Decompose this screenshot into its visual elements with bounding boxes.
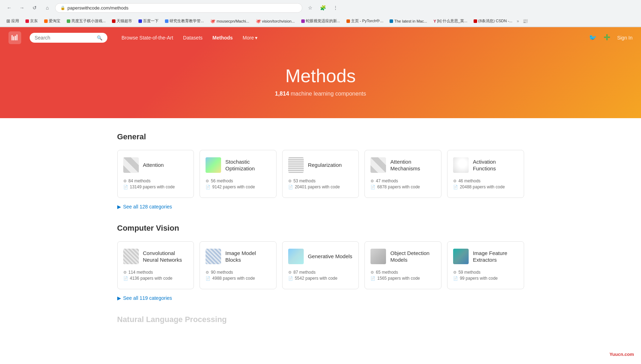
stat-methods-row: ⚙ 87 methods: [288, 270, 353, 275]
method-card[interactable]: Activation Functions ⚙ 46 methods 📄 2048…: [447, 150, 524, 198]
bookmark-jd[interactable]: 京东: [23, 18, 40, 24]
bookmark-label: 百度一下: [143, 18, 159, 24]
bookmark-mac[interactable]: The latest in Mac...: [387, 18, 429, 24]
nav-right: 🐦 ✛ Sign In: [589, 33, 633, 42]
bookmark-edu[interactable]: 研究生教育教学管...: [163, 18, 206, 24]
twitter-icon[interactable]: 🐦: [589, 34, 597, 42]
stat-papers: 5542 papers with code: [295, 276, 338, 281]
bookmark-pytorch[interactable]: 主页 - PyTorch中...: [344, 18, 386, 24]
card-icon: [206, 157, 221, 173]
card-header: Attention Mechanisms: [370, 157, 435, 173]
nav-links: Browse State-of-the-Art Datasets Methods…: [121, 35, 257, 41]
card-header: Object Detection Models: [370, 249, 435, 264]
nav-more[interactable]: More ▾: [243, 35, 257, 41]
hero-title: Methods: [8, 65, 633, 86]
methods-icon: ⚙: [123, 270, 127, 275]
arrow-right-icon: ▶: [117, 295, 121, 301]
stat-papers-row: 📄 1565 papers with code: [370, 276, 435, 281]
general-see-all-link[interactable]: ▶ See all 128 categories: [117, 204, 172, 210]
logo-icon: [11, 34, 19, 42]
stat-papers: 1565 papers with code: [377, 276, 420, 281]
method-card[interactable]: Object Detection Models ⚙ 65 methods 📄 1…: [364, 241, 441, 289]
methods-icon: ⚙: [288, 270, 292, 275]
card-stats: ⚙ 53 methods 📄 20401 papers with code: [288, 178, 353, 189]
card-name: Convolutional Neural Networks: [143, 250, 188, 263]
bookmark-snake[interactable]: 蛇眼视觉适应的新...: [299, 18, 342, 24]
address-text: paperswithcode.com/methods: [67, 5, 129, 11]
cv-see-all-link[interactable]: ▶ See all 119 categories: [117, 295, 172, 301]
forward-button[interactable]: →: [17, 3, 27, 13]
hero-section: Methods 1,814 machine learning component…: [0, 48, 641, 118]
stat-papers: 99 papers with code: [460, 276, 498, 281]
bookmark-tmall[interactable]: 天猫超市: [110, 18, 134, 24]
card-header: Convolutional Neural Networks: [123, 249, 188, 264]
nav-browse[interactable]: Browse State-of-the-Art: [121, 35, 173, 41]
home-button[interactable]: ⌂: [42, 3, 52, 13]
nav-bar: 🔍 Browse State-of-the-Art Datasets Metho…: [0, 27, 641, 48]
extensions-button[interactable]: 🧩: [318, 3, 328, 13]
card-stats: ⚙ 56 methods 📄 9142 papers with code: [206, 178, 271, 189]
plus-icon[interactable]: ✛: [604, 33, 610, 42]
menu-button[interactable]: ⋮: [331, 3, 340, 13]
bookmark-apps[interactable]: ⊞ 应用: [4, 18, 21, 24]
svg-rect-2: [15, 36, 16, 41]
address-bar[interactable]: 🔒 paperswithcode.com/methods: [55, 3, 302, 13]
lock-icon: 🔒: [60, 6, 65, 10]
method-card[interactable]: Image Model Blocks ⚙ 90 methods 📄 4988 p…: [200, 241, 277, 289]
method-card[interactable]: Stochastic Optimization ⚙ 56 methods 📄 9…: [200, 150, 277, 198]
card-name: Activation Functions: [473, 158, 518, 172]
methods-icon: ⚙: [206, 270, 209, 275]
nav-methods[interactable]: Methods: [213, 35, 233, 41]
site-logo[interactable]: [8, 31, 21, 44]
main-content: General Attention ⚙ 84 methods 📄 13149 p…: [109, 118, 533, 347]
card-icon: [288, 157, 304, 173]
card-icon: [123, 249, 139, 264]
card-stats: ⚙ 46 methods 📄 20488 papers with code: [453, 178, 518, 189]
method-card[interactable]: Regularization ⚙ 53 methods 📄 20401 pape…: [282, 150, 359, 198]
card-stats: ⚙ 65 methods 📄 1565 papers with code: [370, 270, 435, 281]
card-icon: [453, 157, 469, 173]
stat-papers-row: 📄 99 papers with code: [453, 276, 518, 281]
bookmark-baidu[interactable]: 百度一下: [136, 18, 161, 24]
stat-methods-row: ⚙ 53 methods: [288, 178, 353, 183]
search-box[interactable]: 🔍: [30, 33, 107, 43]
stat-papers: 9142 papers with code: [212, 184, 255, 189]
method-card[interactable]: Image Feature Extractors ⚙ 59 methods 📄 …: [447, 241, 524, 289]
methods-icon: ⚙: [453, 179, 457, 183]
browser-chrome: ← → ↺ ⌂ 🔒 paperswithcode.com/methods ☆ 🧩…: [0, 0, 641, 27]
bookmark-taobao[interactable]: 爱淘宝: [42, 18, 63, 24]
sign-in-link[interactable]: Sign In: [617, 35, 633, 41]
bookmark-csdn[interactable]: (8条消息) CSDN -...: [471, 18, 515, 24]
bookmark-dict[interactable]: Y [b] 什么意思_英...: [431, 18, 469, 24]
stat-methods-row: ⚙ 65 methods: [370, 270, 435, 275]
method-card[interactable]: Generative Models ⚙ 87 methods 📄 5542 pa…: [282, 241, 359, 289]
bookmark-label: mousecpn/Machi...: [216, 19, 249, 23]
card-name: Stochastic Optimization: [225, 158, 271, 172]
bookmark-game[interactable]: 亮度五子棋小游戏...: [65, 18, 108, 24]
search-input[interactable]: [35, 35, 94, 41]
card-header: Activation Functions: [453, 157, 518, 173]
cv-section-title: Computer Vision: [117, 224, 524, 233]
stat-papers: 20488 papers with code: [460, 184, 505, 189]
nav-datasets[interactable]: Datasets: [183, 35, 202, 41]
search-icon: 🔍: [97, 35, 102, 41]
papers-icon: 📄: [453, 276, 458, 281]
method-card[interactable]: Attention Mechanisms ⚙ 47 methods 📄 6878…: [364, 150, 441, 198]
arrow-right-icon: ▶: [117, 204, 121, 210]
card-stats: ⚙ 84 methods 📄 13149 papers with code: [123, 178, 188, 189]
stat-papers-row: 📄 6878 papers with code: [370, 184, 435, 189]
stat-papers-row: 📄 4136 papers with code: [123, 276, 188, 281]
stat-papers-row: 📄 20488 papers with code: [453, 184, 518, 189]
star-button[interactable]: ☆: [305, 3, 315, 13]
stat-papers-row: 📄 5542 papers with code: [288, 276, 353, 281]
back-button[interactable]: ←: [4, 3, 14, 13]
method-card[interactable]: Attention ⚙ 84 methods 📄 13149 papers wi…: [117, 150, 194, 198]
bookmark-github1[interactable]: 🐙 mousecpn/Machi...: [208, 18, 251, 24]
bookmark-github2[interactable]: 🐙 vision/torchvision...: [254, 18, 297, 24]
hero-subtitle: 1,814 machine learning components: [8, 91, 633, 97]
bookmark-label: 应用: [11, 18, 19, 24]
bookmark-label: 蛇眼视觉适应的新...: [306, 18, 340, 24]
method-card[interactable]: Convolutional Neural Networks ⚙ 114 meth…: [117, 241, 194, 289]
card-icon: [453, 249, 469, 264]
reload-button[interactable]: ↺: [30, 3, 40, 13]
